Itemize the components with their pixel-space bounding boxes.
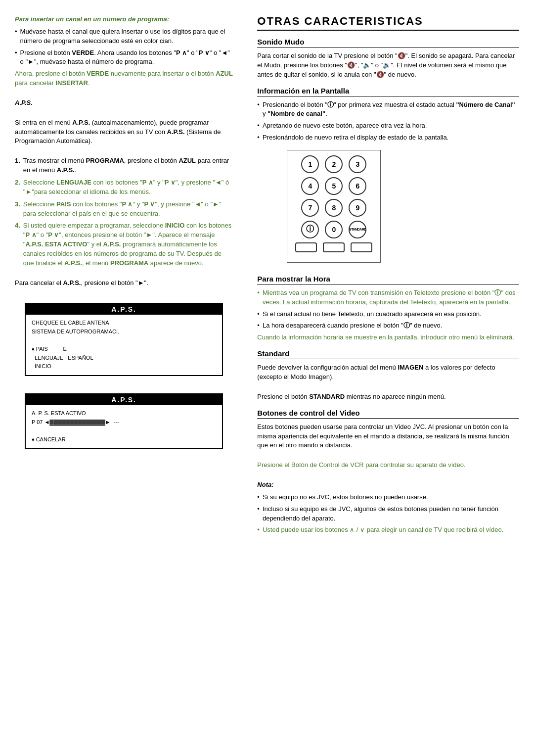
aps-heading: A.P.S. [15, 98, 233, 108]
key-rect-2 [323, 242, 345, 252]
section1-green-note: Ahora, presione el botón VERDE nuevament… [15, 69, 233, 88]
keypad: 1 2 3 4 5 6 7 8 9 ⓘ 0 STANDARD [287, 150, 381, 263]
key-7: 7 [301, 199, 319, 217]
botones-video-green-note: Presione el Botón de Control de VCR para… [257, 461, 519, 470]
aps-box-1-line-3: ♦ PAIS E [32, 345, 216, 354]
aps-box-1-line-2: SISTEMA DE AUTOPROGRAMACI. [32, 328, 216, 336]
aps-box-1-body: CHEQUEE EL CABLE ANTENA SISTEMA DE AUTOP… [26, 315, 222, 375]
aps-para: Si entra en el menú A.P.S. (autoalmacena… [15, 118, 233, 146]
info-bullet-1: Presionando el botón "ⓘ" por primera vez… [257, 100, 519, 119]
key-1: 1 [301, 155, 319, 173]
keypad-row-1: 1 2 3 [295, 155, 372, 173]
keypad-row-5 [295, 242, 372, 252]
key-8: 8 [325, 199, 343, 217]
aps-step-4: Si usted quiere empezar a programar, sel… [15, 221, 233, 268]
botones-video-para1: Estos botones pueden usarse para control… [257, 423, 519, 451]
mostrar-bullet-1: Mientras vea un programa de TV con trans… [257, 288, 519, 307]
botones-bullet-3: Usted puede usar los botones ∧ / ∨ para … [257, 525, 519, 535]
aps-box-1: A.P.S. CHEQUEE EL CABLE ANTENA SISTEMA D… [25, 303, 223, 376]
cancel-text: Para cancelar el A.P.S., presione el bot… [15, 279, 233, 288]
key-9: 9 [349, 199, 366, 217]
aps-box-2-line-2: P 07 ◄▓▓▓▓▓▓▓▓▓▓▓▓▓▓► --- [32, 418, 216, 427]
right-column: OTRAS CARACTERISTICAS Sonido Mudo Para c… [245, 15, 519, 746]
key-0: 0 [325, 221, 343, 238]
botones-bullet-1: Si su equipo no es JVC, estos botones no… [257, 493, 519, 502]
aps-box-2-line-3: ♦ CANCELAR [32, 435, 216, 444]
section1-bullet-1-text: Muévase hasta el canal que quiera insert… [20, 27, 233, 46]
keypad-row-2: 4 5 6 [295, 177, 372, 195]
aps-box-2-line-1: A. P. S. ESTA ACTIVO [32, 409, 216, 418]
section1-title: Para insertar un canal en un número de p… [15, 15, 233, 24]
page: Para insertar un canal en un número de p… [0, 0, 534, 756]
aps-step-1: Tras mostrar el menú PROGRAMA, presione … [15, 156, 233, 175]
info-pantalla-heading: Información en la Pantalla [257, 87, 519, 96]
mostrar-bullet-2: Si el canal actual no tiene Teletexto, u… [257, 310, 519, 319]
key-rect-3 [351, 242, 372, 252]
standard-para2: Presione el botón STANDARD mientras no a… [257, 392, 519, 402]
keypad-row-4: ⓘ 0 STANDARD [295, 221, 372, 238]
aps-box-1-line-5: INICIO [32, 362, 216, 371]
info-bullet-3: Presionándolo de nuevo retira el display… [257, 133, 519, 142]
standard-heading: Standard [257, 349, 519, 359]
left-column: Para insertar un canal en un número de p… [15, 15, 245, 746]
aps-box-1-line-4: LENGUAJE ESPAÑOL [32, 354, 216, 363]
section1-bullet-2-text: Presione el botón VERDE. Ahora usando lo… [20, 48, 233, 67]
info-bullet-2: Apretando de nuevo este botón, aparece o… [257, 121, 519, 131]
botones-video-nota-label: Nota: [257, 480, 519, 490]
key-standard: STANDARD [349, 221, 366, 238]
aps-box-2-header: A.P.S. [26, 394, 222, 405]
section1-bullet-1: Muévase hasta el canal que quiera insert… [15, 27, 233, 46]
key-3: 3 [349, 155, 366, 173]
botones-bullet-2: Incluso si su equipo es de JVC, algunos … [257, 505, 519, 523]
aps-step-3: Seleccione PAIS con los botones "P ∧" y … [15, 200, 233, 219]
botones-video-heading: Botones de control del Video [257, 409, 519, 419]
aps-steps: Tras mostrar el menú PROGRAMA, presione … [15, 156, 233, 268]
mostrar-bullet-3: La hora desaparecerá cuando presione el … [257, 321, 519, 331]
main-title: OTRAS CARACTERISTICAS [257, 15, 519, 31]
aps-box-1-header: A.P.S. [26, 304, 222, 315]
aps-box-2: A.P.S. A. P. S. ESTA ACTIVO P 07 ◄▓▓▓▓▓▓… [25, 393, 223, 449]
standard-para1: Puede devolver la configuración actual d… [257, 363, 519, 382]
aps-step-2: Seleccione LENGUAJE con los botones "P ∧… [15, 178, 233, 197]
key-4: 4 [301, 177, 319, 195]
aps-box-2-body: A. P. S. ESTA ACTIVO P 07 ◄▓▓▓▓▓▓▓▓▓▓▓▓▓… [26, 405, 222, 448]
section1-bullet-2: Presione el botón VERDE. Ahora usando lo… [15, 48, 233, 67]
aps-box-1-line-1: CHEQUEE EL CABLE ANTENA [32, 319, 216, 328]
mostrar-green-note: Cuando la información horaria se muestre… [257, 333, 519, 342]
key-info: ⓘ [301, 221, 319, 238]
key-rect-1 [295, 242, 317, 252]
key-6: 6 [349, 177, 366, 195]
key-2: 2 [325, 155, 343, 173]
sonido-mudo-heading: Sonido Mudo [257, 38, 519, 47]
para-mostrar-heading: Para mostrar la Hora [257, 275, 519, 284]
keypad-row-3: 7 8 9 [295, 199, 372, 217]
sonido-mudo-text: Para cortar el sonido de la TV presione … [257, 51, 519, 80]
key-5: 5 [325, 177, 343, 195]
